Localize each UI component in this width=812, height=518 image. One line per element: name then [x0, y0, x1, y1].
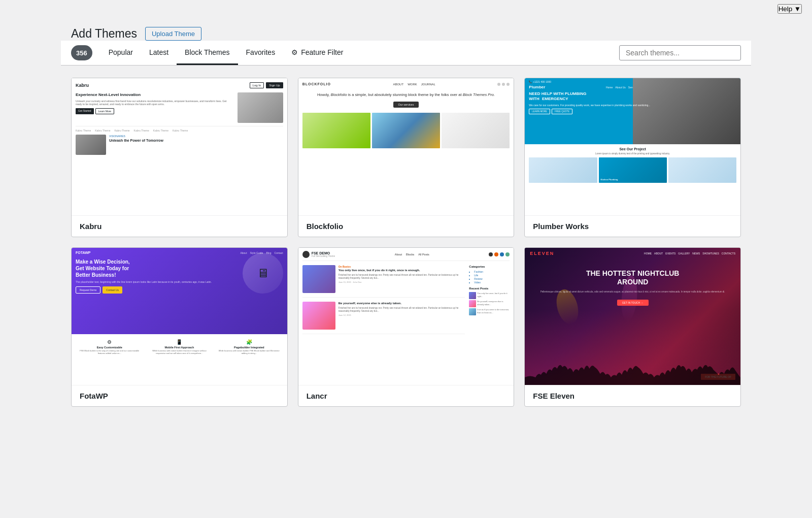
tab-popular[interactable]: Popular [100, 41, 141, 65]
help-chevron-icon: ▼ [794, 5, 801, 13]
tab-favorites[interactable]: Favorites [238, 41, 284, 65]
theme-count-badge: 356 [71, 45, 92, 60]
theme-name-fotawp: FotaWP [80, 392, 279, 400]
theme-screenshot-fse-eleven: ELEVEN HOMEABOUTEVENTSGALLERYNEWSSHOWTUN… [525, 248, 740, 385]
theme-name-plumber-works: Plumber Works [533, 222, 732, 231]
theme-card-lancr[interactable]: FSE DEMO Full Site Editing Theme AboutBl… [298, 247, 515, 407]
theme-screenshot-lancr: FSE DEMO Full Site Editing Theme AboutBl… [298, 248, 514, 385]
help-button[interactable]: Help ▼ [777, 4, 802, 14]
theme-card-blockfolio[interactable]: BLOCKFOLIO ABOUTWORKJOURNAL Howdy, Block… [298, 78, 515, 237]
theme-name-fse-eleven: FSE Eleven [533, 392, 732, 400]
feature-filter-label: Feature Filter [301, 48, 343, 56]
gear-icon: ⚙ [291, 48, 298, 56]
theme-screenshot-blockfolio: BLOCKFOLIO ABOUTWORKJOURNAL Howdy, Block… [298, 78, 514, 215]
theme-card-kabru[interactable]: Kabru Log In Sign Up Experience Next-Lev… [71, 78, 288, 237]
theme-screenshot-plumber-works: 📞 +1221 400 1000 📍 123 Somewhere Your Lo… [525, 78, 740, 215]
search-input[interactable] [619, 45, 741, 60]
theme-name-lancr: Lancr [307, 392, 506, 400]
help-label: Help [779, 5, 792, 13]
theme-screenshot-fotawp: FOTAWP AboutStyle GuideBlogContact Make … [72, 248, 287, 385]
tab-block-themes[interactable]: Block Themes [177, 41, 238, 65]
page-title: Add Themes [71, 27, 137, 41]
theme-screenshot-kabru: Kabru Log In Sign Up Experience Next-Lev… [72, 78, 287, 215]
theme-card-plumber-works[interactable]: 📞 +1221 400 1000 📍 123 Somewhere Your Lo… [524, 78, 741, 237]
theme-tabs: Popular Latest Block Themes Favorites ⚙ … [100, 41, 352, 65]
upload-theme-button[interactable]: Upload Theme [145, 27, 201, 41]
tab-feature-filter[interactable]: ⚙ Feature Filter [283, 41, 351, 65]
tab-latest[interactable]: Latest [141, 41, 177, 65]
theme-name-blockfolio: Blockfolio [307, 222, 506, 231]
theme-card-fotawp[interactable]: FOTAWP AboutStyle GuideBlogContact Make … [71, 247, 288, 407]
theme-name-kabru: Kabru [80, 222, 279, 231]
themes-grid: Kabru Log In Sign Up Experience Next-Lev… [61, 66, 751, 419]
theme-card-fse-eleven[interactable]: ELEVEN HOMEABOUTEVENTSGALLERYNEWSSHOWTUN… [524, 247, 741, 407]
